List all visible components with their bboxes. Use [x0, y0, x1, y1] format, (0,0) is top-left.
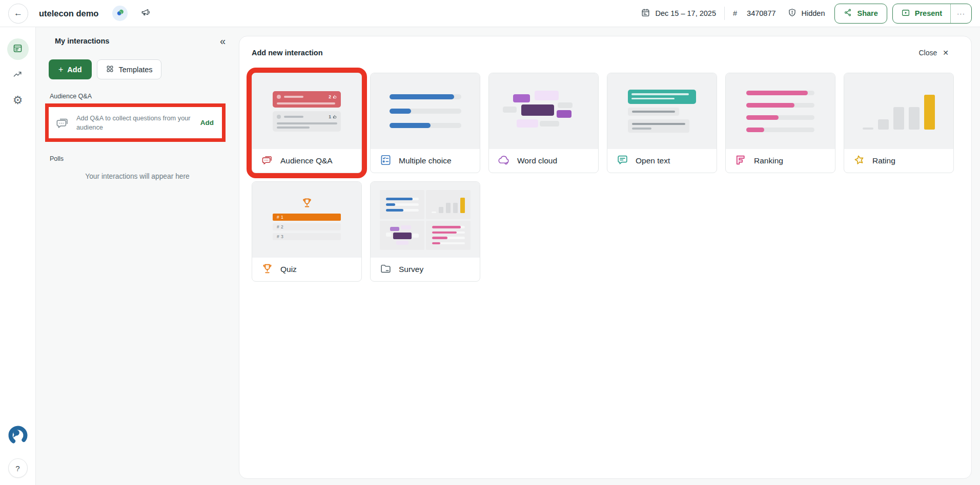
card-label: Ranking [754, 156, 783, 165]
qa-suggestion-text: Add Q&A to collect questions from your a… [76, 114, 196, 132]
divider [724, 7, 725, 20]
card-footer: Multiple choice [371, 149, 480, 173]
quiz-rank-row: # 2 [273, 223, 341, 230]
card-quiz-thumbnail: # 1 # 2 # 3 [252, 182, 361, 258]
chat-bubbles-red-icon [261, 154, 274, 168]
close-button-label: Close [918, 49, 937, 57]
qa-suggestion-card[interactable]: Add Q&A to collect questions from your a… [49, 107, 222, 138]
plus-icon: + [58, 65, 63, 74]
calendar-icon [641, 8, 650, 19]
gear-icon: ⚙ [13, 95, 23, 106]
card-ranking-thumbnail [726, 73, 835, 149]
card-ranking[interactable]: Ranking [725, 73, 835, 173]
back-button[interactable]: ← [8, 4, 28, 24]
qa-section-label: Audience Q&A [50, 93, 239, 100]
qa-votes-top: 2 [329, 94, 331, 99]
present-button[interactable]: Present [893, 4, 950, 23]
speech-bubble-teal-icon [616, 154, 629, 168]
event-code[interactable]: # 3470877 [733, 9, 776, 17]
help-button[interactable]: ? [8, 458, 28, 478]
event-dates-label: Dec 15 – 17, 2025 [655, 9, 716, 17]
present-button-label: Present [915, 9, 942, 17]
ellipsis-icon: ··· [957, 10, 965, 17]
present-play-icon [901, 8, 910, 19]
close-icon: ✕ [943, 49, 949, 57]
add-button-label: Add [67, 66, 81, 74]
present-more-button[interactable]: ··· [950, 4, 971, 23]
card-rating[interactable]: Rating [844, 73, 954, 173]
qa-highlight-box: Add Q&A to collect questions from your a… [45, 103, 226, 142]
webex-logo-icon [116, 8, 125, 19]
rail-item-interactions[interactable] [7, 38, 29, 60]
star-yellow-icon [853, 154, 866, 168]
share-nodes-icon [844, 8, 852, 18]
add-interaction-panel: Add new interaction Close ✕ 2 [239, 36, 972, 479]
polls-section-label: Polls [50, 155, 239, 162]
card-word-cloud[interactable]: Word cloud [488, 73, 599, 173]
card-footer: Open text [607, 149, 717, 173]
card-footer: Audience Q&A [252, 149, 361, 173]
event-title: utelecon demo [39, 9, 98, 18]
panel-title: Add new interaction [252, 49, 323, 57]
announcement-button[interactable] [140, 7, 151, 19]
card-quiz[interactable]: # 1 # 2 # 3 Quiz [252, 181, 362, 282]
my-interactions-panel: My interactions « + Add Templates Audien… [36, 27, 239, 485]
card-label: Quiz [280, 265, 297, 274]
trend-up-icon [12, 69, 23, 81]
privacy-status[interactable]: Hidden [787, 8, 825, 19]
card-footer: Survey [371, 258, 480, 281]
add-interaction-button[interactable]: + Add [49, 59, 92, 79]
empty-interactions-message: Your interactions will appear here [36, 173, 239, 180]
shield-alert-icon [787, 8, 797, 19]
card-footer: Rating [844, 149, 953, 173]
privacy-status-label: Hidden [802, 9, 825, 17]
card-open-text[interactable]: Open text [607, 73, 717, 173]
collapse-panel-icon[interactable]: « [220, 36, 226, 46]
top-bar: ← utelecon demo Dec 15 – 17, 2025 # 3470… [0, 0, 980, 27]
card-multiple-choice[interactable]: Multiple choice [370, 73, 480, 173]
navigation-rail: ⚙ ? [0, 27, 36, 485]
rail-item-analytics[interactable] [7, 64, 29, 86]
rail-item-settings[interactable]: ⚙ [7, 90, 29, 111]
back-arrow-icon: ← [14, 8, 23, 18]
quiz-rank-row: # 1 [273, 214, 341, 221]
templates-grid-icon [106, 65, 114, 75]
close-panel-button[interactable]: Close ✕ [918, 49, 949, 57]
card-audience-qa[interactable]: 2 1 [252, 73, 362, 173]
card-audience-qa-thumbnail: 2 1 [252, 73, 361, 149]
cloud-purple-icon [498, 154, 511, 168]
topbar-right-group: Dec 15 – 17, 2025 # 3470877 Hidden Share [641, 4, 972, 24]
trophy-orange-icon [261, 262, 274, 277]
templates-button[interactable]: Templates [97, 59, 161, 79]
qa-add-link[interactable]: Add [200, 119, 214, 126]
sidebar-actions: + Add Templates [49, 59, 239, 79]
card-label: Multiple choice [399, 156, 452, 165]
trophy-glyph [301, 197, 313, 209]
slido-logo [7, 425, 29, 448]
sidebar-header: My interactions « [55, 36, 226, 46]
slido-app: ← utelecon demo Dec 15 – 17, 2025 # 3470… [0, 0, 980, 485]
qa-votes-bottom: 1 [329, 114, 331, 119]
card-survey-thumbnail [371, 182, 480, 258]
card-footer: Word cloud [489, 149, 598, 173]
card-survey[interactable]: Survey [370, 181, 480, 282]
quiz-rank-row: # 3 [273, 233, 341, 240]
panel-header: Add new interaction Close ✕ [252, 49, 959, 57]
card-rating-thumbnail [844, 73, 953, 149]
question-mark-icon: ? [15, 464, 19, 473]
card-footer: Ranking [726, 149, 835, 173]
chat-bubbles-icon [55, 115, 70, 131]
ranking-pink-icon [734, 154, 747, 168]
card-label: Word cloud [517, 156, 557, 165]
checklist-blue-icon [379, 154, 392, 168]
presentation-icon [12, 43, 23, 56]
share-button-label: Share [857, 9, 877, 17]
present-button-group: Present ··· [892, 4, 972, 24]
hash-sign: # [733, 9, 737, 17]
event-dates[interactable]: Dec 15 – 17, 2025 [641, 8, 716, 19]
webex-integration-button[interactable] [112, 6, 128, 21]
body-row: ⚙ ? My interactions « + Add [0, 27, 980, 485]
card-word-cloud-thumbnail [489, 73, 598, 149]
share-button[interactable]: Share [834, 4, 887, 24]
sidebar-title: My interactions [55, 37, 109, 45]
